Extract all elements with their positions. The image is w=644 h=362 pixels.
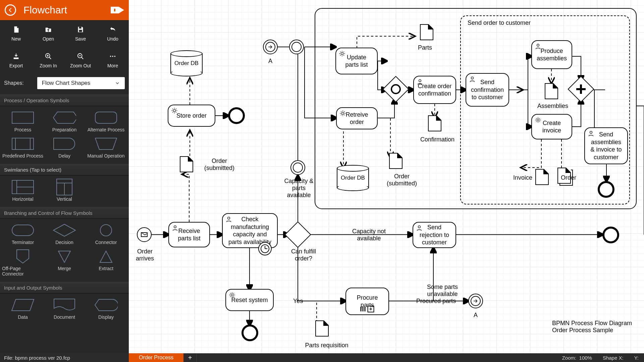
new-button[interactable]: New bbox=[0, 20, 32, 47]
doc-confirmation[interactable] bbox=[428, 115, 441, 131]
caption-line1: BPMN Process Flow Diagram bbox=[552, 320, 632, 327]
node-send-rejection[interactable]: Send rejection to customer bbox=[413, 222, 456, 248]
event-capacity-label: Capacity & parts available bbox=[280, 178, 317, 199]
category-swimlanes[interactable]: Swimlanes (Tap to select) bbox=[0, 164, 129, 176]
doc-invoice-label: Invoice bbox=[513, 174, 532, 181]
event-capacity[interactable] bbox=[290, 160, 305, 175]
link-a-in[interactable] bbox=[263, 40, 278, 54]
shape-document[interactable]: Document bbox=[44, 297, 85, 323]
link-a-out[interactable] bbox=[468, 294, 483, 308]
shape-data[interactable]: Data bbox=[2, 297, 44, 323]
shape-predef-process[interactable]: Predefined Process bbox=[2, 136, 44, 162]
node-create-conf[interactable]: Create order confirmation bbox=[413, 76, 456, 104]
canvas[interactable]: Send order to customer Order DB Store or… bbox=[129, 0, 644, 353]
node-check-capacity[interactable]: Check manufacturing capacity and parts a… bbox=[222, 213, 278, 248]
export-button[interactable]: Export bbox=[0, 47, 32, 74]
shape-extract[interactable]: Extract bbox=[85, 248, 127, 280]
undo-label: Undo bbox=[107, 36, 118, 42]
svg-point-34 bbox=[342, 112, 344, 115]
event-intermediate-top[interactable] bbox=[289, 40, 304, 54]
node-reset-label: Reset system bbox=[231, 296, 268, 304]
doc-invoice[interactable] bbox=[535, 169, 549, 185]
node-reset[interactable]: Reset system bbox=[225, 289, 274, 311]
node-update-parts[interactable]: Update parts list bbox=[335, 48, 378, 74]
shape-manual-op[interactable]: Manual Operation bbox=[85, 136, 127, 162]
tab-order-process[interactable]: Order Process bbox=[129, 353, 183, 362]
doc-assemblies[interactable] bbox=[545, 83, 558, 99]
gear-icon bbox=[229, 292, 235, 300]
doc-parts-label: Parts bbox=[418, 44, 432, 51]
node-produce[interactable]: Produce assemblies bbox=[531, 40, 572, 69]
shape-offpage[interactable]: Off-Page Connector bbox=[2, 248, 44, 280]
doc-parts-req-label: Parts requisition bbox=[300, 342, 354, 349]
node-retrieve[interactable]: Retreive order bbox=[336, 107, 378, 129]
timer-badge[interactable] bbox=[258, 242, 272, 255]
node-receive-parts[interactable]: Receive parts list bbox=[168, 222, 210, 247]
shape-decision[interactable]: Decision bbox=[44, 222, 85, 248]
doc-order-submitted-2[interactable] bbox=[389, 153, 402, 169]
shapes-select[interactable]: Flow Chart Shapes bbox=[37, 77, 125, 89]
more-button[interactable]: More bbox=[97, 47, 129, 74]
app-title: Flowchart bbox=[23, 4, 67, 16]
category-io[interactable]: Input and Output Symbols bbox=[0, 282, 129, 294]
node-order-db-2[interactable]: Order DB bbox=[337, 165, 369, 191]
node-store-order[interactable]: Store order bbox=[168, 105, 215, 127]
zoom-in-button[interactable]: Zoom In bbox=[32, 47, 64, 74]
app-logo-icon[interactable] bbox=[111, 5, 124, 15]
titlebar: Flowchart bbox=[0, 0, 129, 20]
gear-icon bbox=[339, 110, 346, 119]
category-branching[interactable]: Branching and Control of Flow Symbols bbox=[0, 207, 129, 219]
status-zoom: Zoom: 100% bbox=[557, 355, 597, 361]
node-send-conf[interactable]: Send confirmation to customer bbox=[466, 73, 509, 107]
shape-alt-process-label: Alternate Process bbox=[88, 127, 125, 132]
shape-terminator-label: Terminator bbox=[12, 240, 34, 245]
doc-order-submitted[interactable] bbox=[180, 156, 193, 172]
shape-process[interactable]: Process bbox=[2, 110, 44, 136]
save-button[interactable]: Save bbox=[64, 20, 97, 47]
user-icon bbox=[417, 78, 423, 87]
add-tab-button[interactable]: + bbox=[183, 353, 197, 362]
zoom-out-button[interactable]: Zoom Out bbox=[64, 47, 97, 74]
event-end-reset[interactable] bbox=[241, 324, 258, 341]
event-end-send[interactable] bbox=[598, 181, 614, 198]
export-icon bbox=[12, 52, 20, 60]
undo-button[interactable]: Undo bbox=[97, 20, 129, 47]
shape-connector[interactable]: Connector bbox=[85, 222, 127, 248]
node-procure[interactable]: Procure parts + bbox=[345, 288, 389, 315]
node-create-invoice[interactable]: Create invoice bbox=[531, 114, 572, 139]
svg-point-37 bbox=[537, 44, 539, 46]
svg-rect-2 bbox=[79, 27, 81, 29]
event-end-rejection[interactable] bbox=[602, 227, 619, 243]
event-start[interactable] bbox=[137, 227, 152, 242]
shape-decision-label: Decision bbox=[55, 240, 73, 245]
shape-swimlane-h[interactable]: Horizontal bbox=[2, 179, 44, 205]
shape-preparation[interactable]: Preparation bbox=[44, 110, 85, 136]
node-end-store[interactable] bbox=[228, 107, 245, 124]
chevron-down-icon bbox=[115, 80, 120, 86]
undo-icon bbox=[109, 25, 117, 34]
back-button[interactable] bbox=[5, 4, 16, 16]
shape-display[interactable]: Display bbox=[85, 297, 127, 323]
node-order-db[interactable]: Order DB bbox=[170, 50, 203, 76]
shape-alt-process[interactable]: Alternate Process bbox=[85, 110, 127, 136]
open-button[interactable]: Open bbox=[32, 20, 64, 47]
doc-parts-req[interactable] bbox=[315, 320, 329, 337]
user-icon bbox=[535, 43, 541, 52]
shape-v-label: Vertical bbox=[57, 196, 72, 202]
svg-rect-3 bbox=[79, 30, 82, 32]
shape-delay[interactable]: Delay bbox=[44, 136, 85, 162]
save-icon bbox=[76, 25, 85, 34]
svg-point-29 bbox=[174, 226, 176, 228]
user-icon bbox=[416, 225, 423, 233]
doc-parts[interactable] bbox=[420, 24, 433, 40]
user-icon bbox=[588, 130, 594, 139]
shape-terminator[interactable]: Terminator bbox=[2, 222, 44, 248]
shapes-select-value: Flow Chart Shapes bbox=[42, 80, 91, 86]
category-process[interactable]: Process / Operation Symbols bbox=[0, 95, 129, 106]
status-file-name: bpmn process ver 20.fcp bbox=[15, 355, 70, 361]
status-shape-x: Shape X: bbox=[597, 355, 629, 361]
shape-merge[interactable]: Merge bbox=[44, 248, 85, 280]
svg-marker-26 bbox=[100, 251, 112, 262]
node-send-assemblies[interactable]: Send assemblies & invoice to customer bbox=[584, 127, 628, 164]
shape-swimlane-v[interactable]: Vertical bbox=[44, 179, 85, 205]
